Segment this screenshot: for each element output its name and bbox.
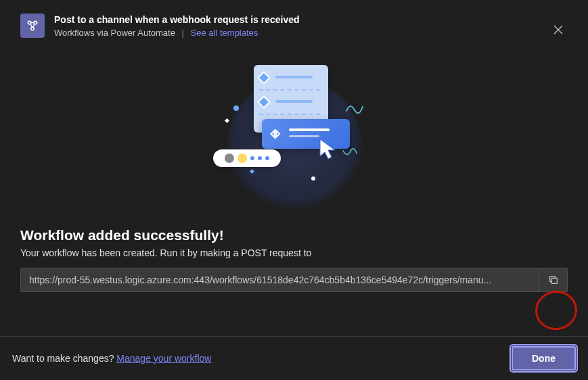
svg-rect-8 — [551, 278, 557, 283]
app-source-label: Workflows via Power Automate — [54, 28, 175, 38]
annotation-circle — [533, 288, 579, 333]
done-button[interactable]: Done — [512, 346, 576, 371]
svg-line-3 — [30, 24, 32, 27]
see-all-templates-link[interactable]: See all templates — [191, 28, 258, 38]
close-icon — [553, 25, 563, 34]
success-heading: Workflow added successfully! — [20, 227, 568, 243]
illustration-container — [0, 65, 588, 200]
footer-text: Want to make changes? Manage your workfl… — [12, 353, 211, 364]
svg-line-4 — [33, 24, 35, 27]
dialog-subtitle: Workflows via Power Automate | See all t… — [54, 28, 568, 38]
success-description: Your workflow has been created. Run it b… — [20, 247, 568, 258]
webhook-url-field[interactable]: https://prod-55.westus.logic.azure.com:4… — [20, 268, 539, 292]
workflow-app-icon — [20, 14, 45, 38]
separator: | — [182, 28, 184, 38]
close-button[interactable] — [547, 19, 569, 41]
svg-point-2 — [31, 27, 35, 30]
content-area: Workflow added successfully! Your workfl… — [0, 227, 588, 292]
copy-url-button[interactable] — [539, 268, 568, 292]
dialog-header: Post to a channel when a webhook request… — [0, 0, 588, 45]
copy-icon — [548, 275, 559, 285]
dialog-footer: Want to make changes? Manage your workfl… — [0, 336, 588, 380]
webhook-url-row: https://prod-55.westus.logic.azure.com:4… — [20, 268, 568, 292]
manage-workflow-link[interactable]: Manage your workflow — [116, 353, 211, 364]
changes-prompt: Want to make changes? — [12, 353, 114, 364]
dialog-title: Post to a channel when a webhook request… — [54, 14, 568, 26]
success-illustration — [213, 65, 376, 200]
header-text-block: Post to a channel when a webhook request… — [54, 14, 568, 37]
